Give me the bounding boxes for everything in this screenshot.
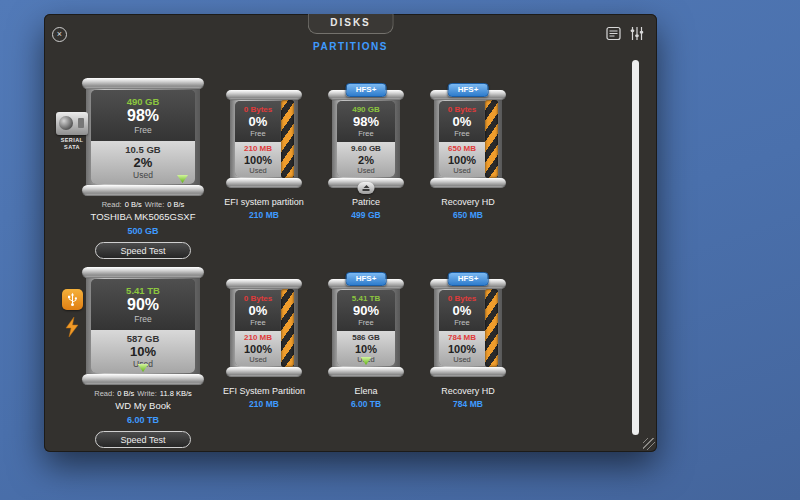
- free-label: Free: [454, 129, 469, 138]
- capacity-gauge: 490 GB 98% Free 10.5 GB 2% Used: [91, 90, 195, 184]
- speed-test-button[interactable]: Speed Test: [95, 242, 191, 259]
- drive-module-wd[interactable]: 5.41 TB 90% Free 587 GB 10% Used: [58, 267, 204, 448]
- free-label: Free: [250, 129, 265, 138]
- free-percent: 98%: [127, 107, 159, 125]
- read-speed: 0 B/s: [125, 200, 142, 209]
- drive-name: WD My Book: [82, 400, 204, 411]
- partitions-label: PARTITIONS: [44, 41, 657, 52]
- partition-size: 210 MB: [222, 399, 306, 409]
- used-value: 586 GB: [352, 333, 380, 343]
- used-percent: 100%: [244, 154, 272, 166]
- used-value: 210 MB: [244, 144, 272, 154]
- sliders-icon[interactable]: [630, 26, 644, 45]
- used-percent: 100%: [448, 154, 476, 166]
- free-percent: 0%: [249, 304, 268, 318]
- used-percent: 10%: [355, 343, 377, 355]
- filesystem-badge: HFS+: [448, 272, 489, 286]
- full-warning-stripes: [485, 289, 498, 367]
- close-icon[interactable]: ×: [52, 27, 67, 42]
- used-percent: 100%: [244, 343, 272, 355]
- full-warning-stripes: [281, 100, 294, 178]
- used-percent: 2%: [358, 154, 374, 166]
- cylinder-bottom-rim: [82, 374, 204, 385]
- free-percent: 90%: [127, 296, 159, 314]
- app-window: × DISKS PARTITIONS: [44, 14, 657, 452]
- disk-grid: SERIAL SATA 490 GB 98% Free 10.5 GB: [58, 78, 510, 456]
- bus-label: SERIAL SATA: [56, 137, 88, 151]
- partition-size: 499 GB: [324, 210, 408, 220]
- used-value: 9.60 GB: [351, 144, 381, 154]
- free-label: Free: [454, 318, 469, 327]
- firewire-icon: [65, 317, 79, 337]
- tab-disks[interactable]: DISKS: [307, 14, 394, 34]
- drive-row-wd: 5.41 TB 90% Free 587 GB 10% Used: [58, 267, 510, 448]
- free-label: Free: [250, 318, 265, 327]
- used-label: Used: [249, 355, 267, 364]
- free-percent: 0%: [453, 304, 472, 318]
- free-percent: 0%: [249, 115, 268, 129]
- free-value: 490 GB: [127, 96, 160, 107]
- io-stats: Read: 0 B/s Write: 11.8 KB/s: [82, 389, 204, 398]
- write-speed: 11.8 KB/s: [160, 389, 192, 398]
- free-percent: 98%: [353, 115, 379, 129]
- capacity-gauge: 5.41 TB 90% Free 587 GB 10% Used: [91, 279, 195, 373]
- partition-module-recovery[interactable]: HFS+ 0 Bytes 0% Free 784 MB 100%: [426, 267, 510, 409]
- filesystem-badge: HFS+: [448, 83, 489, 97]
- used-value: 210 MB: [244, 333, 272, 343]
- used-label: Used: [453, 166, 471, 175]
- filesystem-badge: HFS+: [346, 83, 387, 97]
- used-label: Used: [249, 166, 267, 175]
- free-value: 5.41 TB: [126, 285, 160, 296]
- filesystem-badge: HFS+: [346, 272, 387, 286]
- speed-test-button[interactable]: Speed Test: [95, 431, 191, 448]
- drive-row-toshiba: SERIAL SATA 490 GB 98% Free 10.5 GB: [58, 78, 510, 259]
- free-percent: 0%: [453, 115, 472, 129]
- internal-drive-icon: [56, 112, 88, 135]
- partition-size: 6.00 TB: [324, 399, 408, 409]
- partition-name: Elena: [324, 386, 408, 396]
- partition-module-elena[interactable]: HFS+ 5.41 TB 90% Free 586 GB 10%: [324, 267, 408, 409]
- cylinder-top-rim: [82, 267, 204, 278]
- capacity-gauge: 490 GB 98% Free 9.60 GB 2% Used: [337, 101, 395, 177]
- used-percent: 2%: [134, 156, 153, 170]
- used-value: 784 MB: [448, 333, 476, 343]
- full-warning-stripes: [485, 100, 498, 178]
- drive-capacity: 500 GB: [82, 226, 204, 236]
- partition-name: Recovery HD: [426, 197, 510, 207]
- free-label: Free: [134, 125, 151, 135]
- partition-name: EFI system partition: [222, 197, 306, 207]
- partition-module-efi[interactable]: 0 Bytes 0% Free 210 MB 100% Used: [222, 78, 306, 220]
- cylinder-top-rim: [82, 78, 204, 89]
- partition-size: 784 MB: [426, 399, 510, 409]
- report-icon[interactable]: [606, 26, 621, 45]
- usb-bus-indicator: [56, 289, 88, 337]
- sata-bus-indicator: SERIAL SATA: [56, 112, 88, 151]
- used-percent: 10%: [130, 345, 156, 359]
- full-warning-stripes: [281, 289, 294, 367]
- disk-cylinder[interactable]: 5.41 TB 90% Free 587 GB 10% Used: [82, 267, 204, 385]
- partition-module-recovery[interactable]: HFS+ 0 Bytes 0% Free 650 MB 100%: [426, 78, 510, 220]
- partition-size: 650 MB: [426, 210, 510, 220]
- disk-cylinder[interactable]: 490 GB 98% Free 10.5 GB 2% Used: [82, 78, 204, 196]
- io-stats: Read: 0 B/s Write: 0 B/s: [82, 200, 204, 209]
- used-label: Used: [453, 355, 471, 364]
- used-percent: 100%: [448, 343, 476, 355]
- usb-icon: [62, 289, 83, 310]
- drive-module-toshiba[interactable]: SERIAL SATA 490 GB 98% Free 10.5 GB: [58, 78, 204, 259]
- partition-name: Recovery HD: [426, 386, 510, 396]
- cylinder-bottom-rim: [82, 185, 204, 196]
- partition-module-patrice[interactable]: HFS+ 490 GB 98% Free 9.60 GB 2%: [324, 78, 408, 220]
- eject-button[interactable]: [358, 182, 375, 194]
- resize-grip[interactable]: [643, 438, 655, 450]
- free-percent: 90%: [353, 304, 379, 318]
- capacity-gauge: 5.41 TB 90% Free 586 GB 10% Used: [337, 290, 395, 366]
- read-speed: 0 B/s: [117, 389, 134, 398]
- partition-size: 210 MB: [222, 210, 306, 220]
- scrollbar[interactable]: [632, 60, 639, 435]
- partition-module-efi[interactable]: 0 Bytes 0% Free 210 MB 100% Used: [222, 267, 306, 409]
- used-label: Used: [357, 166, 375, 175]
- used-label: Used: [133, 170, 153, 180]
- free-label: Free: [358, 318, 373, 327]
- used-value: 650 MB: [448, 144, 476, 154]
- partition-name: EFI System Partition: [222, 386, 306, 396]
